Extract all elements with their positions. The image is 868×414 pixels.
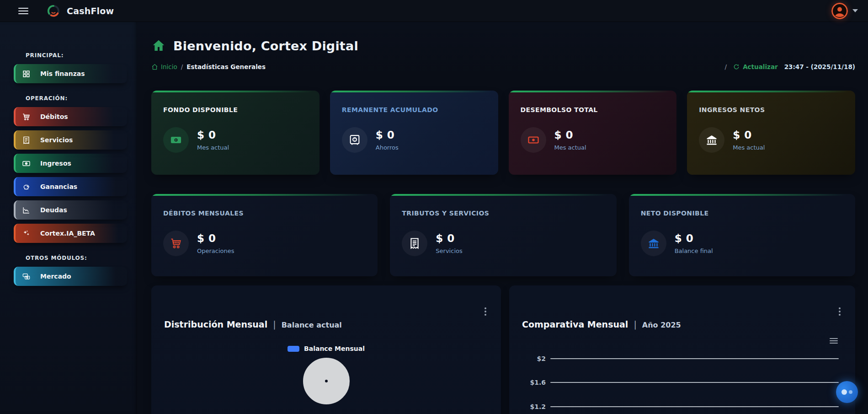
donut-chart-empty xyxy=(303,358,350,404)
sidebar-item-label: Deudas xyxy=(40,206,67,214)
last-update-timestamp: 23:47 - (2025/11/18) xyxy=(784,63,855,70)
sidebar-item-ganancias[interactable]: Ganancias xyxy=(14,177,127,196)
card-value: $ 0 xyxy=(197,232,234,244)
card-title: INGRESOS NETOS xyxy=(699,106,843,113)
chart-subtitle: Año 2025 xyxy=(642,321,681,329)
receipt-icon xyxy=(16,136,37,145)
chart-card-distribucion: Distribución Mensual | Balance actual Ba… xyxy=(151,285,501,414)
house-icon xyxy=(151,38,166,53)
sidebar-item-label: Servicios xyxy=(40,136,73,144)
card-title: DÉBITOS MENSUALES xyxy=(163,210,366,217)
card-value: $ 0 xyxy=(197,129,229,141)
card-debitos-mensuales: DÉBITOS MENSUALES $ 0 Operaciones xyxy=(151,194,378,276)
fab-button[interactable] xyxy=(836,381,858,403)
chart-subtitle: Balance actual xyxy=(282,321,342,329)
card-title: TRIBUTOS Y SERVICIOS xyxy=(402,210,604,217)
page-title: Bienvenido, Cortex Digital xyxy=(173,39,358,53)
gridline xyxy=(550,406,839,407)
sidebar-item-label: Mis finanzas xyxy=(40,70,85,77)
breadcrumb-separator: / xyxy=(181,63,183,70)
sidebar-item-label: Ganancias xyxy=(40,183,77,190)
card-subtitle: Mes actual xyxy=(733,144,765,151)
legend-swatch-balance-mensual xyxy=(288,346,299,352)
top-navbar: CashFlow xyxy=(0,0,868,22)
toolbar-separator: / xyxy=(725,63,727,70)
chart-down-icon xyxy=(16,206,37,215)
card-subtitle: Balance final xyxy=(675,247,713,254)
cart-icon xyxy=(16,113,37,121)
receipt-icon xyxy=(402,231,427,256)
card-ingresos-netos: INGRESOS NETOS $ 0 Mes actual xyxy=(687,91,855,175)
chart-legend[interactable]: Balance Mensual xyxy=(164,345,488,352)
chart-title: Distribución Mensual xyxy=(164,319,267,329)
sidebar-item-debitos[interactable]: Débitos xyxy=(14,107,127,126)
sidebar-section-operacion: OPERACIÓN: xyxy=(26,95,137,102)
card-subtitle: Mes actual xyxy=(554,144,586,151)
card-desembolso-total: DESEMBOLSO TOTAL $ 0 Mes actual xyxy=(509,91,677,175)
sidebar-item-mis-finanzas[interactable]: Mis finanzas xyxy=(14,64,127,83)
main-content: Bienvenido, Cortex Digital Inicio / Esta… xyxy=(137,22,868,414)
breadcrumb: Inicio / Estadísticas Generales / Actual… xyxy=(151,63,855,70)
chart-card-comparativa: Comparativa Mensual | Año 2025 Argentino… xyxy=(509,285,855,414)
cart-red-icon xyxy=(163,231,189,256)
card-value: $ 0 xyxy=(733,129,765,141)
grid-icon xyxy=(16,70,37,78)
sidebar-item-label: Ingresos xyxy=(40,160,71,167)
chart-title-divider: | xyxy=(634,319,636,329)
card-value: $ 0 xyxy=(376,129,399,141)
stats-row-2: DÉBITOS MENSUALES $ 0 Operaciones TRIBUT… xyxy=(151,194,855,276)
card-value: $ 0 xyxy=(436,232,462,244)
sidebar-section-principal: PRINCIPAL: xyxy=(26,52,137,59)
chart-title-divider: | xyxy=(273,319,276,329)
piggy-bank-icon xyxy=(16,183,37,191)
kebab-menu-icon[interactable] xyxy=(483,306,488,317)
vault-icon xyxy=(342,127,367,153)
breadcrumb-home-link[interactable]: Inicio xyxy=(151,63,177,70)
card-value: $ 0 xyxy=(675,232,713,244)
sidebar-item-servicios[interactable]: Servicios xyxy=(14,130,127,150)
card-value: $ 0 xyxy=(554,129,586,141)
gridline xyxy=(550,382,839,383)
money-bill-dollar-icon xyxy=(163,127,189,153)
refresh-button[interactable]: Actualizar xyxy=(733,63,778,70)
sidebar: PRINCIPAL: Mis finanzas OPERACIÓN: Débit… xyxy=(0,22,137,414)
line-chart-plot-area: Argentinos) $2 $1.6 $1.2 xyxy=(522,345,842,414)
y-tick: $1.6 xyxy=(522,379,546,386)
stats-row-1: FONDO DISPONIBLE $ 0 Mes actual REMANENT… xyxy=(151,91,855,175)
hamburger-icon[interactable] xyxy=(18,6,28,16)
sidebar-section-otros-modulos: OTROS MÓDULOS: xyxy=(26,255,137,261)
sidebar-item-label: Cortex.IA_BETA xyxy=(40,230,95,237)
card-subtitle: Ahorros xyxy=(376,144,399,151)
sidebar-item-ingresos[interactable]: Ingresos xyxy=(14,154,127,173)
card-subtitle: Servicios xyxy=(436,247,462,254)
sidebar-item-deudas[interactable]: Deudas xyxy=(14,200,127,220)
user-avatar-icon[interactable] xyxy=(831,3,848,19)
breadcrumb-current: Estadísticas Generales xyxy=(186,63,266,70)
card-neto-disponible: NETO DISPONIBLE $ 0 Balance final xyxy=(629,194,855,276)
card-tributos-servicios: TRIBUTOS Y SERVICIOS $ 0 Servicios xyxy=(390,194,616,276)
sidebar-item-mercado[interactable]: Mercado xyxy=(14,267,127,286)
card-remanente-acumulado: REMANENTE ACUMULADO $ 0 Ahorros xyxy=(330,91,498,175)
card-title: REMANENTE ACUMULADO xyxy=(342,106,486,113)
card-fondo-disponible: FONDO DISPONIBLE $ 0 Mes actual xyxy=(151,91,320,175)
card-subtitle: Mes actual xyxy=(197,144,229,151)
cashflow-logo-icon xyxy=(46,3,61,19)
chevron-down-icon[interactable] xyxy=(852,9,858,12)
charts-row: Distribución Mensual | Balance actual Ba… xyxy=(151,285,855,414)
sidebar-item-label: Mercado xyxy=(40,273,71,280)
chart-title: Comparativa Mensual xyxy=(522,319,628,329)
brand-name: CashFlow xyxy=(67,6,114,16)
refresh-icon xyxy=(733,64,740,70)
quick-actions-icon xyxy=(849,390,852,394)
money-exchange-icon xyxy=(16,272,37,281)
bank-blue-icon xyxy=(641,231,666,256)
kebab-menu-icon[interactable] xyxy=(837,306,842,317)
card-title: FONDO DISPONIBLE xyxy=(163,106,308,113)
chart-options-icon[interactable] xyxy=(830,337,838,345)
y-tick: $1.2 xyxy=(522,403,546,410)
quick-actions-icon xyxy=(841,389,847,395)
card-title: DESEMBOLSO TOTAL xyxy=(521,106,665,113)
card-title: NETO DISPONIBLE xyxy=(641,210,843,217)
sidebar-item-cortex-ia[interactable]: Cortex.IA_BETA xyxy=(14,224,127,243)
y-tick: $2 xyxy=(522,355,546,362)
